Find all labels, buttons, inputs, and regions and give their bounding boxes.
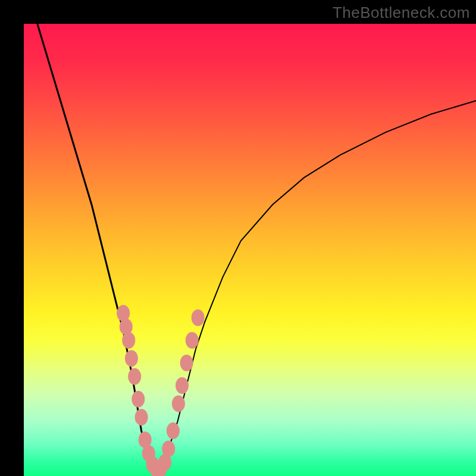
data-marker <box>192 309 205 326</box>
data-marker <box>162 440 175 457</box>
plot-area <box>24 24 476 476</box>
data-marker <box>180 355 193 371</box>
data-marker <box>128 368 141 385</box>
data-marker <box>135 409 148 425</box>
data-marker <box>131 391 145 408</box>
data-marker <box>172 395 185 412</box>
data-marker <box>125 350 138 367</box>
curve-right-branch <box>159 101 476 469</box>
chart-svg <box>24 24 476 476</box>
watermark-text: TheBottleneck.com <box>333 4 470 22</box>
data-marker <box>167 422 180 439</box>
data-marker <box>122 332 135 349</box>
marker-group <box>117 305 204 476</box>
data-marker <box>176 377 189 394</box>
chart-frame: TheBottleneck.com <box>0 0 476 476</box>
data-marker <box>186 332 199 349</box>
